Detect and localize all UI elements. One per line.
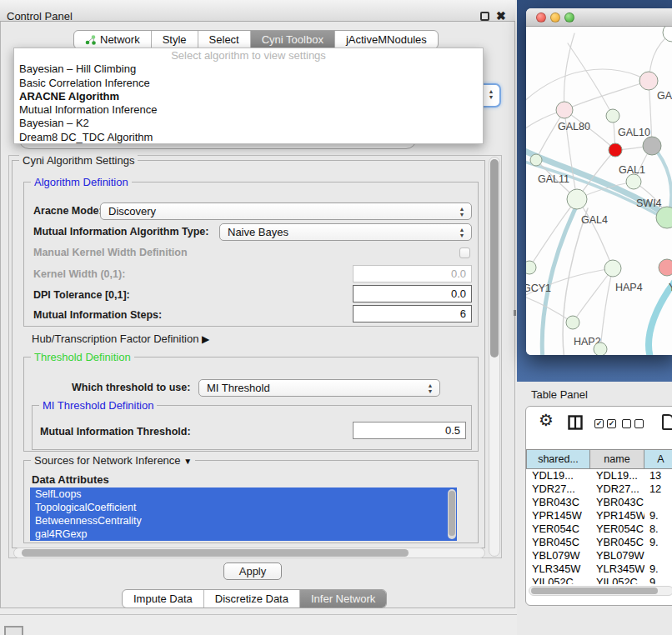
column-header-a[interactable]: A bbox=[644, 449, 672, 469]
unselect-all-checkbox-icon[interactable] bbox=[634, 419, 644, 428]
algorithm-option-bayesian-k2[interactable]: Bayesian – K2 bbox=[14, 117, 483, 130]
float-window-button[interactable] bbox=[480, 12, 489, 21]
algorithm-option-basic-correlation-inference[interactable]: Basic Correlation Inference bbox=[14, 77, 483, 90]
network-edge[interactable] bbox=[564, 81, 649, 110]
which-threshold-combo[interactable]: MI Threshold▲▼ bbox=[198, 379, 440, 397]
network-edge[interactable] bbox=[568, 43, 613, 116]
table-row[interactable]: YBR045CYBR045C9. bbox=[526, 536, 672, 549]
tab-discretize-data[interactable]: Discretize Data bbox=[204, 590, 300, 608]
tab-jactivemnodules[interactable]: jActiveMNodules bbox=[335, 31, 438, 48]
cyni-bottom-tabbar: Impute DataDiscretize DataInfer Network bbox=[122, 589, 387, 608]
document-icon[interactable] bbox=[662, 414, 672, 430]
collapsed-panel-icon[interactable] bbox=[4, 626, 23, 635]
table-cell: YBR045C bbox=[590, 536, 644, 549]
network-node-gal4[interactable] bbox=[567, 189, 587, 209]
columns-icon[interactable] bbox=[568, 415, 583, 430]
network-node-gal11[interactable] bbox=[530, 154, 542, 166]
settings-hscrollbar-thumb[interactable] bbox=[22, 549, 409, 557]
table-row[interactable]: YDR27...YDR27...12 bbox=[526, 482, 672, 496]
table-cell: YIL052C bbox=[590, 576, 644, 584]
attributes-scrollbar-thumb[interactable] bbox=[449, 491, 455, 536]
network-node[interactable] bbox=[594, 342, 607, 355]
tab-select[interactable]: Select bbox=[198, 31, 251, 48]
network-node[interactable] bbox=[609, 143, 622, 157]
table-row[interactable]: YER054CYER054C8. bbox=[526, 522, 672, 536]
algorithm-option-bayesian-hill-climbing[interactable]: Bayesian – Hill Climbing bbox=[14, 62, 483, 76]
control-panel-titlebar bbox=[0, 0, 515, 22]
network-view-window: GALGAL80GAL10GAL1GAL11GAL4SWI4GCY1HAP4YH… bbox=[526, 8, 672, 355]
network-window-titlebar[interactable] bbox=[526, 8, 672, 27]
network-node-gal1[interactable] bbox=[626, 174, 641, 189]
attribute-item-selfloops[interactable]: SelfLoops bbox=[30, 488, 457, 501]
network-edge[interactable] bbox=[526, 69, 649, 106]
mac-minimize-button[interactable] bbox=[550, 12, 560, 22]
mi-steps-input[interactable]: 6 bbox=[353, 305, 472, 322]
table-row[interactable]: YPR145WYPR145W9. bbox=[526, 509, 672, 522]
attribute-item-topologicalcoefficient[interactable]: TopologicalCoefficient bbox=[30, 501, 457, 514]
table-cell: YLR345W bbox=[526, 562, 590, 576]
tab-style[interactable]: Style bbox=[152, 31, 198, 48]
network-graph: GALGAL80GAL10GAL1GAL11GAL4SWI4GCY1HAP4YH… bbox=[526, 27, 672, 355]
table-row[interactable]: YDL19...YDL19...13 bbox=[526, 469, 672, 482]
algorithm-option-mutual-information-inference[interactable]: Mutual Information Inference bbox=[14, 103, 483, 117]
gear-icon[interactable]: ⚙ bbox=[539, 410, 554, 430]
close-panel-button[interactable]: ✖ bbox=[496, 9, 506, 22]
aracne-mode-combo[interactable]: Discovery▲▼ bbox=[100, 202, 472, 220]
attribute-item-betweennesscentrality[interactable]: BetweennessCentrality bbox=[30, 514, 457, 528]
manual-kernel-width-label: Manual Kernel Width Definition bbox=[33, 247, 188, 258]
algorithm-option-aracne-algorithm[interactable]: ARACNE Algorithm bbox=[14, 90, 483, 103]
table-row[interactable]: YIL052CYIL052C9. bbox=[526, 576, 672, 584]
combo-stepper-icon: ▲▼ bbox=[459, 227, 465, 238]
data-attributes-list[interactable]: SelfLoopsTopologicalCoefficientBetweenne… bbox=[30, 488, 457, 541]
panel-divider-grip[interactable] bbox=[514, 310, 516, 316]
table-cell: 9. bbox=[644, 509, 672, 522]
network-node-hap4[interactable] bbox=[604, 260, 621, 277]
hub-definition-expander[interactable]: Hub/Transcription Factor Definition ▶ bbox=[32, 332, 209, 345]
node-table[interactable]: shared...nameAYDL19...YDL19...13YDR27...… bbox=[526, 449, 672, 584]
column-header-shared[interactable]: shared... bbox=[526, 449, 590, 469]
unselect-all-checkbox-icon[interactable] bbox=[622, 419, 631, 428]
network-node-y[interactable] bbox=[659, 259, 672, 276]
settings-vscrollbar-thumb[interactable] bbox=[490, 159, 499, 358]
network-node-gal10[interactable] bbox=[606, 109, 619, 122]
network-node-gcy1[interactable] bbox=[526, 261, 536, 274]
manual-kernel-width-checkbox[interactable] bbox=[459, 248, 470, 258]
attribute-item-gal4rgexp[interactable]: gal4RGexp bbox=[30, 528, 457, 541]
table-hscrollbar-thumb[interactable] bbox=[531, 588, 658, 594]
node-label: Y bbox=[669, 282, 672, 293]
sources-group-title[interactable]: Sources for Network Inference ▼ bbox=[31, 454, 195, 467]
apply-button[interactable]: Apply bbox=[223, 562, 282, 580]
network-node-gal[interactable] bbox=[639, 72, 658, 90]
kernel-width-input[interactable]: 0.0 bbox=[353, 265, 472, 282]
tab-cyni-toolbox[interactable]: Cyni Toolbox bbox=[251, 31, 335, 48]
network-canvas[interactable]: GALGAL80GAL10GAL1GAL11GAL4SWI4GCY1HAP4YH… bbox=[526, 27, 672, 355]
sources-title-text: Sources for Network Inference bbox=[34, 454, 181, 467]
algorithm-option-dream8-dc-tdc-algorithm[interactable]: Dream8 DC_TDC Algorithm bbox=[14, 131, 483, 144]
select-all-checkbox-icon[interactable]: ✓ bbox=[594, 419, 604, 428]
tab-impute-data[interactable]: Impute Data bbox=[123, 590, 204, 608]
network-edge[interactable] bbox=[600, 268, 613, 349]
table-row[interactable]: YLR345WYLR345W9. bbox=[526, 562, 672, 576]
column-header-name[interactable]: name bbox=[590, 449, 644, 469]
mi-threshold-input[interactable]: 0.5 bbox=[353, 422, 466, 439]
dpi-tolerance-input[interactable]: 0.0 bbox=[353, 285, 472, 302]
network-edge[interactable] bbox=[577, 199, 613, 268]
network-edge[interactable] bbox=[573, 268, 613, 322]
table-row[interactable]: YBR043CYBR043C bbox=[526, 496, 672, 509]
network-node[interactable] bbox=[643, 137, 661, 155]
tab-infer-network[interactable]: Infer Network bbox=[300, 590, 386, 608]
which-threshold-value: MI Threshold bbox=[207, 382, 270, 394]
mi-threshold-label: Mutual Information Threshold: bbox=[40, 426, 191, 438]
tab-network[interactable]: Network bbox=[74, 31, 152, 48]
network-node-gal80[interactable] bbox=[556, 102, 573, 118]
combo-stepper-icon: ▲▼ bbox=[459, 206, 465, 218]
table-row[interactable]: YBL079WYBL079W bbox=[526, 549, 672, 562]
node-label: GAL1 bbox=[619, 164, 645, 176]
mac-zoom-button[interactable] bbox=[564, 12, 574, 22]
mi-algorithm-type-combo[interactable]: Naive Bayes▲▼ bbox=[219, 223, 472, 241]
mac-close-button[interactable] bbox=[536, 12, 546, 22]
select-all-checkbox-icon[interactable]: ✓ bbox=[607, 419, 616, 428]
network-node-hap2[interactable] bbox=[566, 316, 579, 329]
network-edge[interactable] bbox=[542, 203, 578, 355]
network-edge[interactable] bbox=[529, 199, 577, 268]
